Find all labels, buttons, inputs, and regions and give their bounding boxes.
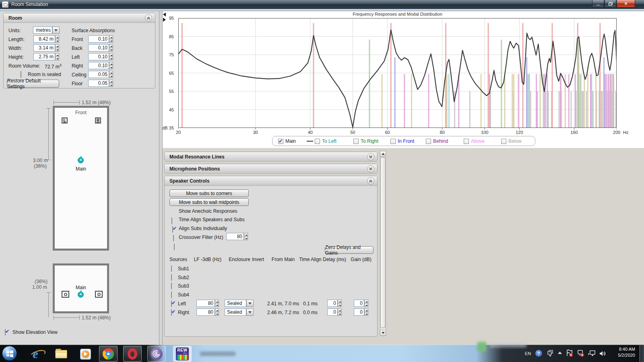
- legend-item[interactable]: In Front: [390, 138, 414, 144]
- legend-checkbox[interactable]: [426, 139, 431, 144]
- delay-spinner[interactable]: [338, 300, 342, 307]
- enclosure-dropdown[interactable]: Sealed: [225, 309, 254, 316]
- dropdown-arrow-icon[interactable]: [246, 309, 254, 316]
- network-tray-icon[interactable]: [588, 350, 596, 358]
- listener-head-icon[interactable]: [78, 292, 84, 298]
- bittorrent-button[interactable]: [147, 346, 166, 362]
- rew-button-active[interactable]: REWV5.1: [173, 346, 192, 362]
- source-checkbox[interactable]: [171, 309, 172, 316]
- window-stack-tray-icon[interactable]: [547, 350, 553, 356]
- absorption-right-field[interactable]: 0.10: [88, 62, 113, 69]
- legend-checkbox[interactable]: [464, 139, 469, 144]
- dropdown-arrow-icon[interactable]: [246, 300, 254, 307]
- windows-explorer-icon[interactable]: [55, 348, 68, 360]
- zero-delays-button[interactable]: Zero Delays and Gains: [325, 246, 374, 254]
- absorption-left-field[interactable]: 0.10: [88, 53, 113, 60]
- opera-button[interactable]: [123, 346, 142, 362]
- align-subs-checkbox[interactable]: [173, 235, 174, 241]
- start-button[interactable]: [2, 346, 17, 361]
- absorption-spinner[interactable]: [109, 44, 113, 51]
- legend-checkbox[interactable]: [315, 139, 320, 144]
- legend-item[interactable]: Below: [501, 138, 522, 144]
- width-field[interactable]: 3.14 m: [33, 44, 59, 51]
- gain-field[interactable]: 0: [354, 309, 368, 316]
- action-center-flag-icon[interactable]: [566, 349, 573, 358]
- scroll-up-button[interactable]: [380, 151, 386, 157]
- source-checkbox[interactable]: [171, 265, 172, 272]
- absorption-spinner[interactable]: [109, 80, 113, 87]
- volume-tray-icon[interactable]: [599, 350, 606, 358]
- show-elevation-checkbox[interactable]: [5, 329, 6, 335]
- time-align-checkbox[interactable]: [172, 226, 173, 232]
- listener-icon[interactable]: [78, 157, 84, 163]
- source-checkbox[interactable]: [171, 300, 172, 307]
- crossover-checkbox[interactable]: [174, 244, 175, 250]
- legend-checkbox[interactable]: [278, 139, 283, 144]
- microphone-positions-panel[interactable]: Microphone Positions: [164, 164, 378, 173]
- close-button[interactable]: ×: [617, 0, 635, 8]
- legend-checkbox[interactable]: [353, 139, 359, 144]
- media-player-icon[interactable]: [79, 348, 92, 360]
- legend-item[interactable]: Behind: [426, 138, 448, 144]
- legend-item[interactable]: Main: [278, 138, 313, 144]
- units-dropdown[interactable]: metres: [33, 27, 60, 34]
- internet-explorer-icon[interactable]: e: [29, 348, 42, 360]
- dropdown-arrow-icon[interactable]: [52, 27, 60, 34]
- left-speaker-icon[interactable]: L: [62, 117, 68, 123]
- source-checkbox[interactable]: [171, 292, 172, 298]
- gain-spinner[interactable]: [364, 309, 368, 316]
- absorption-front-field[interactable]: 0.10: [88, 35, 113, 43]
- legend-item[interactable]: Above: [464, 138, 485, 144]
- title-bar[interactable]: Room Simulation – ×: [0, 0, 644, 9]
- frequency-response-plot[interactable]: [178, 18, 617, 131]
- enclosure-dropdown[interactable]: Sealed: [225, 300, 254, 307]
- source-checkbox[interactable]: [171, 283, 172, 289]
- source-checkbox[interactable]: [171, 274, 172, 281]
- gain-spinner[interactable]: [364, 300, 368, 307]
- absorption-back-field[interactable]: 0.10: [88, 44, 113, 51]
- move-subs-corners-button[interactable]: Move subs to corners: [169, 189, 249, 197]
- chrome-button[interactable]: [99, 346, 118, 362]
- lf-spinner[interactable]: [215, 300, 219, 307]
- collapse-up-icon[interactable]: [145, 14, 152, 22]
- modal-resonance-panel[interactable]: Modal Resonance Lines: [164, 152, 378, 161]
- language-indicator[interactable]: EN: [525, 351, 531, 356]
- lf-field[interactable]: 80: [196, 300, 219, 307]
- gain-field[interactable]: 0: [354, 300, 368, 307]
- collapse-up-icon[interactable]: [367, 177, 374, 185]
- sub-icon[interactable]: [62, 291, 69, 298]
- delay-field[interactable]: 0: [327, 309, 342, 316]
- absorption-spinner[interactable]: [109, 53, 113, 60]
- absorption-spinner[interactable]: [109, 62, 113, 69]
- speaker-controls-header[interactable]: Speaker Controls: [165, 176, 377, 186]
- show-desktop-button[interactable]: [640, 345, 644, 362]
- height-field[interactable]: 2.75 m: [33, 53, 59, 60]
- legend-checkbox[interactable]: [390, 139, 396, 144]
- length-field[interactable]: 8.42 m: [33, 35, 59, 43]
- length-spinner[interactable]: [55, 35, 59, 43]
- legend-item[interactable]: To Left: [315, 138, 336, 144]
- width-spinner[interactable]: [55, 44, 59, 51]
- crossover-field[interactable]: 80: [226, 233, 248, 240]
- room-panel-header[interactable]: Room: [4, 13, 155, 23]
- right-speaker-icon[interactable]: R: [95, 117, 101, 123]
- expand-down-icon[interactable]: [367, 153, 374, 160]
- legend-item[interactable]: To Right: [353, 138, 378, 144]
- absorption-ceiling-field[interactable]: 0.05: [88, 71, 113, 78]
- legend-checkbox[interactable]: [501, 139, 506, 144]
- absorption-floor-field[interactable]: 0.05: [88, 80, 113, 87]
- height-spinner[interactable]: [55, 53, 59, 60]
- lf-spinner[interactable]: [215, 309, 219, 316]
- sub-icon[interactable]: [95, 291, 103, 298]
- move-subs-midpoints-button[interactable]: Move subs to wall midpoints: [169, 198, 249, 206]
- minimize-button[interactable]: –: [592, 0, 604, 8]
- restore-button-window[interactable]: [605, 0, 616, 8]
- restore-defaults-button[interactable]: Restore Default Settings: [7, 80, 59, 88]
- help-tray-icon[interactable]: ?: [535, 350, 542, 357]
- update-error-tray-icon[interactable]: [577, 349, 584, 358]
- scroll-down-button[interactable]: [380, 330, 386, 336]
- absorption-spinner[interactable]: [109, 35, 113, 43]
- delay-field[interactable]: 0: [327, 300, 342, 307]
- absorption-spinner[interactable]: [109, 71, 113, 78]
- anechoic-checkbox[interactable]: [171, 218, 172, 224]
